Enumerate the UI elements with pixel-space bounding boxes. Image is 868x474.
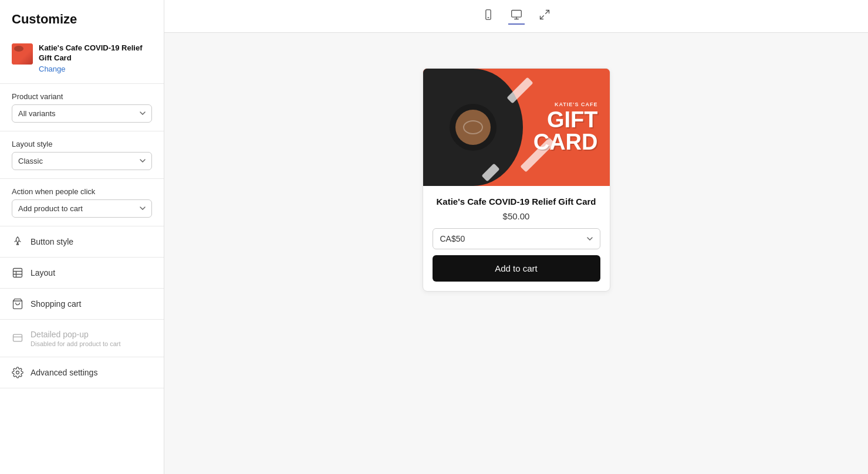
action-click-select[interactable]: Add product to cart [12, 199, 152, 218]
product-info: Katie's Cafe COVID-19 Relief Gift Card C… [39, 43, 152, 74]
layout-style-select[interactable]: Classic [12, 152, 152, 170]
svg-rect-5 [13, 334, 22, 341]
layout-label: Layout [31, 268, 55, 277]
svg-rect-8 [485, 9, 490, 19]
product-thumbnail [12, 43, 33, 65]
action-click-section: Action when people click Add product to … [0, 179, 164, 226]
product-card-body: Katie's Cafe COVID-19 Relief Gift Card $… [423, 186, 610, 291]
product-variant-section: Product variant All variants [0, 84, 164, 131]
gift-card-text: KATIE'S CAFE GIFT CARD [533, 101, 598, 153]
gift-text: GIFT [533, 109, 598, 131]
preview-area: KATIE'S CAFE GIFT CARD Katie's Cafe COVI… [164, 33, 868, 474]
product-change-link[interactable]: Change [39, 65, 66, 73]
preview-variant-select[interactable]: CA$50 [433, 228, 600, 249]
product-name: Katie's Cafe COVID-19 Relief Gift Card [39, 43, 152, 63]
product-variant-label: Product variant [12, 92, 152, 101]
coffee-circle [423, 69, 523, 186]
popup-icon [12, 332, 23, 344]
sidebar-title: Customize [0, 0, 164, 36]
cafe-name-text: KATIE'S CAFE [533, 101, 598, 107]
shopping-cart-label: Shopping cart [31, 299, 81, 309]
toolbar [164, 0, 868, 33]
detailed-popup-label: Detailed pop-up [31, 330, 89, 339]
add-to-cart-button[interactable]: Add to cart [433, 255, 600, 282]
detailed-popup-sublabel: Disabled for add product to cart [31, 340, 120, 347]
preview-product-title: Katie's Cafe COVID-19 Relief Gift Card [433, 195, 600, 208]
layout-icon [12, 267, 23, 279]
desktop-view-button[interactable] [508, 8, 525, 25]
sidebar-product-row: Katie's Cafe COVID-19 Relief Gift Card C… [12, 43, 152, 74]
sidebar-item-button-style[interactable]: Button style [0, 226, 164, 258]
product-thumbnail-image [12, 43, 33, 65]
gift-card-visual: KATIE'S CAFE GIFT CARD [423, 69, 610, 186]
svg-line-13 [545, 10, 549, 13]
svg-point-7 [16, 371, 19, 374]
card-text: CARD [533, 131, 598, 153]
cart-icon [12, 298, 23, 310]
sidebar-item-detailed-popup: Detailed pop-up Disabled for add product… [0, 320, 164, 357]
button-style-label: Button style [31, 237, 73, 246]
sidebar: Customize Katie's Cafe COVID-19 Relief G… [0, 0, 164, 474]
svg-rect-0 [13, 268, 22, 277]
rocket-icon [12, 236, 23, 248]
coffee-latte [455, 110, 491, 145]
layout-style-label: Layout style [12, 140, 152, 148]
sidebar-item-advanced-settings[interactable]: Advanced settings [0, 357, 164, 388]
coffee-cup [450, 104, 497, 151]
product-variant-select[interactable]: All variants [12, 104, 152, 123]
svg-line-14 [540, 15, 543, 19]
sidebar-product-section: Katie's Cafe COVID-19 Relief Gift Card C… [0, 36, 164, 84]
detailed-popup-text: Detailed pop-up Disabled for add product… [31, 329, 120, 347]
preview-product-price: $50.00 [433, 211, 600, 221]
advanced-settings-label: Advanced settings [31, 368, 97, 377]
svg-rect-10 [511, 10, 521, 17]
product-card: KATIE'S CAFE GIFT CARD Katie's Cafe COVI… [423, 68, 610, 292]
fullscreen-view-button[interactable] [536, 8, 553, 25]
sidebar-item-shopping-cart[interactable]: Shopping cart [0, 289, 164, 320]
gear-icon [12, 367, 23, 378]
main-content: KATIE'S CAFE GIFT CARD Katie's Cafe COVI… [164, 0, 868, 474]
product-card-image: KATIE'S CAFE GIFT CARD [423, 69, 610, 186]
sidebar-item-layout[interactable]: Layout [0, 258, 164, 289]
layout-style-section: Layout style Classic [0, 131, 164, 179]
action-click-label: Action when people click [12, 187, 152, 196]
mobile-view-button[interactable] [480, 8, 497, 25]
